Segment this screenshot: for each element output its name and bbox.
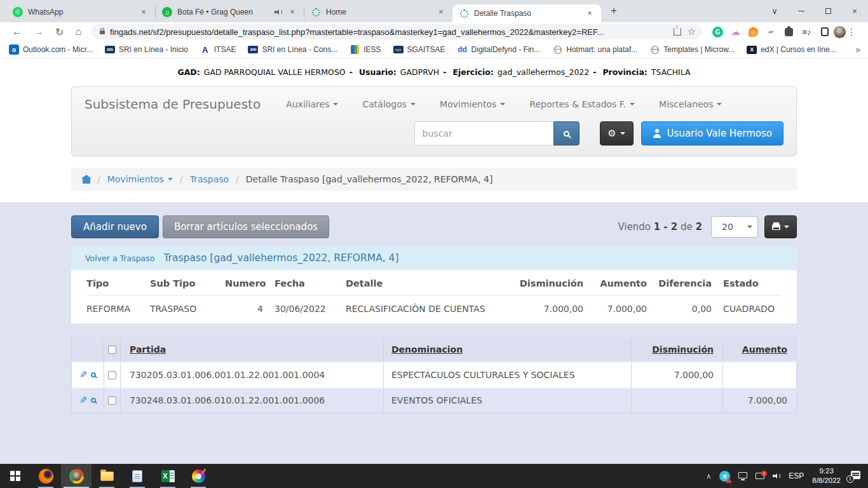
- home-icon[interactable]: [83, 179, 90, 184]
- menu-movimientos[interactable]: Movimientos: [440, 99, 505, 109]
- chevron-down-icon: [784, 226, 789, 228]
- bookmark-iess[interactable]: IESS: [349, 44, 381, 55]
- profile-avatar[interactable]: [834, 26, 846, 38]
- chevron-down-icon: [500, 103, 505, 105]
- add-new-button[interactable]: Añadir nuevo: [71, 215, 159, 238]
- back-to-traspaso-link[interactable]: Volver a Traspaso: [85, 254, 154, 263]
- bookmark-label: SGAITSAE: [407, 45, 445, 54]
- view-magnifier-icon[interactable]: [91, 398, 96, 403]
- bookmark-digitaldefynd[interactable]: dd DigitalDefynd - Fin...: [458, 44, 541, 55]
- bookmark-sri-inicio[interactable]: SRi SRI en Línea - Inicio: [105, 45, 188, 54]
- taskbar-chrome[interactable]: [61, 464, 92, 488]
- search-group: [414, 121, 580, 146]
- back-icon[interactable]: ←: [12, 26, 22, 37]
- print-dropdown-button[interactable]: [764, 215, 797, 238]
- new-tab-button[interactable]: +: [605, 2, 623, 20]
- tab-whatsapp[interactable]: ✆ WhatsApp ×: [6, 6, 155, 18]
- search-input[interactable]: [414, 121, 553, 146]
- volume-icon[interactable]: [773, 473, 780, 479]
- breadcrumb-traspaso[interactable]: Traspaso: [190, 174, 229, 184]
- main-content: Añadir nuevo Borrar artículos selecciona…: [0, 202, 868, 464]
- maximize-button[interactable]: [815, 0, 841, 22]
- taskbar-clock[interactable]: 9:23 8/8/2022: [812, 466, 841, 485]
- url-bar[interactable]: fingads.net/sf2/presupuesto/detalle_tras…: [91, 24, 702, 39]
- taskbar-notepad[interactable]: [122, 464, 153, 488]
- taskbar-file-explorer[interactable]: [92, 464, 122, 488]
- globe-icon: [552, 44, 562, 55]
- view-magnifier-icon[interactable]: [91, 372, 96, 377]
- tab-home[interactable]: Home ×: [304, 6, 452, 18]
- cell-numero: 4: [225, 304, 263, 314]
- start-button[interactable]: [0, 464, 31, 488]
- bookmarks-overflow-icon[interactable]: »: [855, 44, 860, 55]
- col-partida[interactable]: Partida: [121, 337, 384, 362]
- bookmark-templates[interactable]: Templates | Microw...: [649, 44, 735, 55]
- menu-reportes[interactable]: Reportes & Estados F.: [529, 99, 635, 109]
- row-checkbox-cell: [104, 388, 121, 412]
- network-icon[interactable]: [738, 472, 747, 478]
- tab-spotify[interactable]: ♫ Bota Fé • Grag Queen ×: [155, 6, 304, 18]
- cell-aumento: 7.000,00: [723, 388, 797, 412]
- cloud-extension-icon[interactable]: ☁: [730, 27, 741, 37]
- col-denominacion[interactable]: Denominacion: [384, 337, 632, 362]
- bookmark-label: SRI en Línea - Cons...: [262, 45, 337, 54]
- minimize-button[interactable]: [788, 0, 815, 22]
- lock-icon[interactable]: [100, 30, 105, 34]
- edit-icon[interactable]: ✎: [79, 370, 88, 380]
- bookmark-edx[interactable]: X edX | Cursos en líne...: [747, 45, 836, 54]
- bookmark-itsae[interactable]: A ITSAE: [200, 44, 236, 55]
- search-button[interactable]: [553, 121, 580, 146]
- reload-icon[interactable]: ↻: [55, 26, 64, 38]
- close-tab-icon[interactable]: ×: [287, 7, 297, 17]
- close-tab-icon[interactable]: ×: [436, 7, 446, 17]
- settings-dropdown-button[interactable]: ⚙: [600, 121, 634, 146]
- close-tab-icon[interactable]: ×: [585, 8, 595, 18]
- url-text[interactable]: fingads.net/sf2/presupuesto/detalle_tras…: [110, 27, 668, 37]
- feather-extension-icon[interactable]: ✒: [764, 25, 778, 39]
- menu-miscelaneos[interactable]: Miscelaneos: [659, 99, 722, 109]
- menu-catalogos[interactable]: Catálogos: [362, 99, 416, 109]
- menu-auxiliares[interactable]: Auxiliares: [286, 99, 338, 109]
- row-checkbox[interactable]: [108, 371, 116, 379]
- music-queue-extension-icon[interactable]: ≡♪: [801, 27, 812, 37]
- bookmark-label: Outlook.com - Micr...: [23, 45, 93, 54]
- taskbar-excel[interactable]: X: [153, 464, 183, 488]
- browser-home-icon[interactable]: ⌂: [75, 26, 81, 37]
- bookmark-sgaitsae[interactable]: sga SGAITSAE: [393, 45, 445, 54]
- taskbar-firefox[interactable]: [31, 464, 61, 488]
- bookmark-sri-consultas[interactable]: SRi SRI en Línea - Cons...: [248, 45, 337, 54]
- user-button[interactable]: Usuario Vale Hermoso: [641, 121, 783, 146]
- folder-icon: [100, 471, 114, 481]
- tab-detalle-traspaso[interactable]: Detalle Traspaso ×: [452, 4, 601, 22]
- close-window-button[interactable]: ×: [841, 0, 868, 22]
- tab-title: Bota Fé • Grag Queen: [177, 8, 269, 17]
- antivirus-tray-icon[interactable]: e: [719, 471, 730, 482]
- notification-center[interactable]: 1: [849, 471, 860, 481]
- language-indicator[interactable]: ESP: [789, 471, 804, 480]
- row-checkbox[interactable]: [108, 396, 116, 405]
- bookmark-star-icon[interactable]: ☆: [688, 26, 696, 37]
- forward-icon[interactable]: →: [34, 26, 44, 37]
- display-alert-icon[interactable]: !: [756, 473, 764, 479]
- orange-extension-icon[interactable]: [748, 27, 759, 37]
- tab-search-icon[interactable]: ∨: [761, 0, 788, 22]
- select-all-checkbox[interactable]: [108, 346, 116, 354]
- col-disminucion[interactable]: Disminución: [632, 337, 723, 362]
- edit-icon[interactable]: ✎: [79, 396, 88, 405]
- audio-playing-icon[interactable]: [275, 9, 282, 15]
- page-size-select[interactable]: 20: [711, 216, 758, 238]
- close-tab-icon[interactable]: ×: [139, 7, 149, 17]
- grammarly-extension-icon[interactable]: G: [712, 27, 723, 37]
- taskbar-paint[interactable]: [183, 464, 214, 488]
- delete-selected-button[interactable]: Borrar artículos seleccionados: [163, 215, 329, 238]
- col-diferencia: Diferencia: [647, 278, 712, 288]
- puzzle-extension-icon[interactable]: [783, 27, 794, 37]
- breadcrumb-movimientos[interactable]: Movimientos: [107, 174, 173, 184]
- bookmark-outlook[interactable]: o Outlook.com - Micr...: [9, 44, 93, 55]
- dark-reader-extension-icon[interactable]: [819, 27, 830, 37]
- tray-expand-icon[interactable]: ∧: [706, 472, 711, 480]
- col-aumento[interactable]: Aumento: [723, 337, 797, 362]
- share-icon[interactable]: [674, 28, 681, 36]
- browser-menu-icon[interactable]: ⋮: [847, 27, 856, 37]
- bookmark-hotmart[interactable]: Hotmart: una plataf...: [552, 44, 637, 55]
